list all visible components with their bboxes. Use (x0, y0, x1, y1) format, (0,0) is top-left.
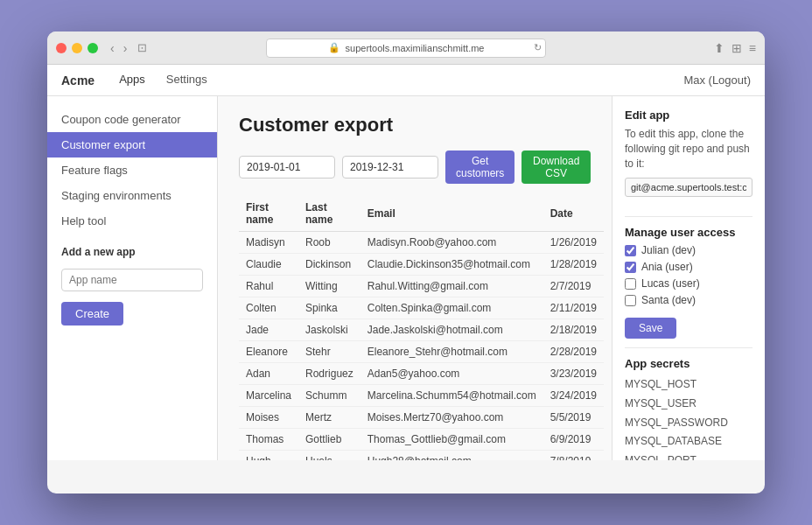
table-cell: Eleanore (239, 341, 298, 363)
close-button[interactable] (56, 43, 66, 53)
table-cell: Gottlieb (298, 429, 360, 451)
add-new-label: Add a new app (47, 234, 217, 263)
table-cell: Moises (239, 407, 298, 429)
page-title: Customer export (239, 114, 591, 136)
table-row: EleanoreStehrEleanore_Stehr@hotmail.com2… (239, 341, 604, 363)
new-tab-button[interactable]: ⊞ (732, 41, 742, 55)
table-cell: Madisyn.Roob@yahoo.com (360, 232, 543, 254)
table-cell: 3/23/2019 (543, 363, 604, 385)
download-csv-button[interactable]: Download CSV (522, 150, 591, 184)
table-row: RahulWittingRahul.Witting@gmail.com2/7/2… (239, 276, 604, 298)
user-checkbox-1[interactable] (625, 262, 636, 273)
back-button[interactable]: ‹ (107, 39, 118, 57)
get-customers-button[interactable]: Get customers (445, 150, 514, 184)
col-lastname: Last name (298, 196, 360, 232)
app-navbar: Acme Apps Settings Max (Logout) (47, 65, 765, 96)
user-checkboxes: Julian (dev)Ania (user)Lucas (user)Santa… (625, 244, 752, 306)
divider-1 (625, 216, 752, 217)
table-cell: 6/9/2019 (543, 429, 604, 451)
sidebar-item-help[interactable]: Help tool (47, 208, 217, 234)
sidebar-item-coupon[interactable]: Coupon code generator (47, 107, 217, 132)
sidebar-item-staging[interactable]: Staging environments (47, 183, 217, 208)
titlebar-actions: ⬆ ⊞ ≡ (714, 41, 756, 55)
table-row: JadeJaskolskiJade.Jaskolski@hotmail.com2… (239, 319, 604, 341)
user-label: Santa (dev) (641, 294, 696, 306)
app-secrets-title: App secrets (625, 357, 752, 370)
table-cell: Rodriguez (298, 363, 360, 385)
sidebar-item-feature-flags[interactable]: Feature flags (47, 158, 217, 183)
table-cell: Rahul.Witting@gmail.com (360, 276, 543, 298)
table-cell: Spinka (298, 298, 360, 319)
main-layout: Coupon code generator Customer export Fe… (47, 96, 765, 460)
fullscreen-button[interactable] (88, 43, 98, 53)
url-bar[interactable]: 🔒 supertools.maximilianschmitt.me ↻ (266, 38, 546, 58)
forward-button[interactable]: › (120, 39, 131, 57)
user-menu[interactable]: Max (Logout) (683, 74, 751, 87)
manage-access-title: Manage user access (625, 226, 752, 239)
main-window: ‹ › ⊡ 🔒 supertools.maximilianschmitt.me … (47, 32, 765, 494)
table-row: ColtenSpinkaColten.Spinka@gmail.com2/11/… (239, 298, 604, 319)
table-cell: Marcelina.Schumm54@hotmail.com (360, 385, 543, 407)
end-date-input[interactable] (342, 156, 438, 178)
table-cell: Madisyn (239, 232, 298, 254)
user-checkbox-0[interactable] (625, 245, 636, 256)
user-checkbox-row: Ania (user) (625, 261, 752, 273)
table-cell: Stehr (298, 341, 360, 363)
tab-apps[interactable]: Apps (108, 65, 156, 96)
table-cell: Mertz (298, 407, 360, 429)
git-repo-input[interactable] (625, 178, 752, 197)
user-checkbox-row: Julian (dev) (625, 244, 752, 256)
window-body: Acme Apps Settings Max (Logout) Coupon c… (47, 65, 765, 494)
col-email: Email (360, 196, 543, 232)
table-cell: Hugh (239, 451, 298, 461)
table-cell: Claudie (239, 254, 298, 276)
table-row: ThomasGottliebThomas_Gottlieb@gmail.com6… (239, 429, 604, 451)
table-cell: Hugh28@hotmail.com (360, 451, 543, 461)
user-name: Max (683, 74, 705, 87)
refresh-icon[interactable]: ↻ (534, 42, 542, 53)
edit-app-title: Edit app (625, 108, 752, 122)
tab-settings[interactable]: Settings (156, 65, 218, 96)
secret-item: MYSQL_PASSWORD (625, 414, 752, 433)
table-cell: Thomas (239, 429, 298, 451)
url-text: supertools.maximilianschmitt.me (346, 43, 485, 53)
table-row: HughHuelsHugh28@hotmail.com7/8/2019 (239, 451, 604, 461)
table-cell: Eleanore_Stehr@hotmail.com (360, 341, 543, 363)
start-date-input[interactable] (239, 156, 335, 178)
secret-item: MYSQL_PORT (625, 452, 752, 460)
secrets-list: MYSQL_HOSTMYSQL_USERMYSQL_PASSWORDMYSQL_… (625, 375, 752, 460)
table-cell: Thomas_Gottlieb@gmail.com (360, 429, 543, 451)
customer-table: First name Last name Email Date MadisynR… (239, 196, 604, 460)
table-cell: 2/28/2019 (543, 341, 604, 363)
save-button[interactable]: Save (625, 318, 676, 339)
table-cell: Roob (298, 232, 360, 254)
table-cell: Marcelina (239, 385, 298, 407)
col-date: Date (543, 196, 604, 232)
table-cell: 7/8/2019 (543, 451, 604, 461)
logout-link[interactable]: Logout (712, 74, 747, 87)
user-checkbox-row: Lucas (user) (625, 277, 752, 290)
table-cell: 5/5/2019 (543, 407, 604, 429)
table-cell: 1/28/2019 (543, 254, 604, 276)
minimize-button[interactable] (72, 43, 82, 53)
content-area: Customer export Get customers Download C… (218, 96, 612, 460)
app-name-input[interactable] (61, 269, 203, 291)
table-cell: Schumm (298, 385, 360, 407)
traffic-lights (56, 43, 98, 53)
user-checkbox-3[interactable] (625, 295, 636, 306)
user-checkbox-row: Santa (dev) (625, 294, 752, 306)
table-cell: Dickinson (298, 254, 360, 276)
edit-app-desc: To edit this app, clone the following gi… (625, 127, 752, 171)
table-cell: Adan (239, 363, 298, 385)
menu-button[interactable]: ≡ (749, 41, 756, 55)
share-button[interactable]: ⬆ (714, 41, 724, 55)
user-checkbox-2[interactable] (625, 278, 636, 290)
titlebar: ‹ › ⊡ 🔒 supertools.maximilianschmitt.me … (47, 32, 765, 65)
table-row: MoisesMertzMoises.Mertz70@yahoo.com5/5/2… (239, 407, 604, 429)
table-cell: 3/24/2019 (543, 385, 604, 407)
create-app-button[interactable]: Create (61, 302, 123, 326)
table-row: MadisynRoobMadisyn.Roob@yahoo.com1/26/20… (239, 232, 604, 254)
user-label: Julian (dev) (641, 244, 696, 256)
table-cell: Witting (298, 276, 360, 298)
sidebar-item-customer-export[interactable]: Customer export (47, 132, 217, 158)
